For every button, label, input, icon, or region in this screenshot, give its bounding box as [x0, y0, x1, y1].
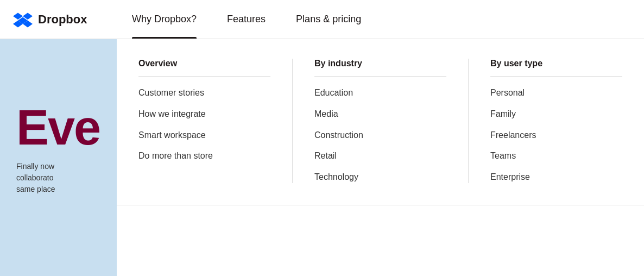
dropdown-item-do-more-than-store[interactable]: Do more than store — [138, 150, 270, 162]
dropdown-item-retail[interactable]: Retail — [314, 150, 446, 162]
dropdown-item-construction[interactable]: Construction — [314, 130, 446, 141]
hero-sub-text: Finally now collaborato same place — [16, 161, 117, 195]
column-header-overview: Overview — [138, 59, 270, 77]
nav-items: Why Dropbox? Features Plans & pricing — [117, 0, 376, 39]
dropdown-item-customer-stories[interactable]: Customer stories — [138, 87, 270, 99]
hero-content: Eve Finally now collaborato same place — [16, 103, 117, 195]
dropdown-column-overview: Overview Customer stories How we integra… — [117, 59, 293, 183]
dropdown-item-media[interactable]: Media — [314, 109, 446, 120]
dropdown-panel: Overview Customer stories How we integra… — [117, 39, 644, 205]
dropdown-item-freelancers[interactable]: Freelancers — [490, 130, 622, 141]
dropdown-item-teams[interactable]: Teams — [490, 150, 622, 162]
nav-item-plans-pricing[interactable]: Plans & pricing — [281, 0, 376, 39]
nav-item-why-dropbox[interactable]: Why Dropbox? — [117, 0, 212, 39]
dropbox-logo-icon — [13, 10, 33, 29]
navbar: Dropbox Why Dropbox? Features Plans & pr… — [0, 0, 644, 39]
dropdown-item-personal[interactable]: Personal — [490, 87, 622, 99]
dropdown-column-by-industry: By industry Education Media Construction… — [293, 59, 469, 183]
dropdown-item-enterprise[interactable]: Enterprise — [490, 172, 622, 183]
logo-area[interactable]: Dropbox — [0, 10, 117, 29]
hero-big-text: Eve — [16, 103, 117, 152]
dropdown-item-family[interactable]: Family — [490, 109, 622, 120]
dropdown-column-by-user-type: By user type Personal Family Freelancers… — [469, 59, 644, 183]
nav-item-features[interactable]: Features — [212, 0, 281, 39]
logo-text: Dropbox — [38, 12, 87, 27]
dropdown-item-how-we-integrate[interactable]: How we integrate — [138, 109, 270, 120]
dropdown-item-smart-workspace[interactable]: Smart workspace — [138, 130, 270, 141]
column-header-by-user-type: By user type — [490, 59, 622, 77]
dropdown-item-education[interactable]: Education — [314, 87, 446, 99]
column-header-by-industry: By industry — [314, 59, 446, 77]
dropdown-item-technology[interactable]: Technology — [314, 172, 446, 183]
